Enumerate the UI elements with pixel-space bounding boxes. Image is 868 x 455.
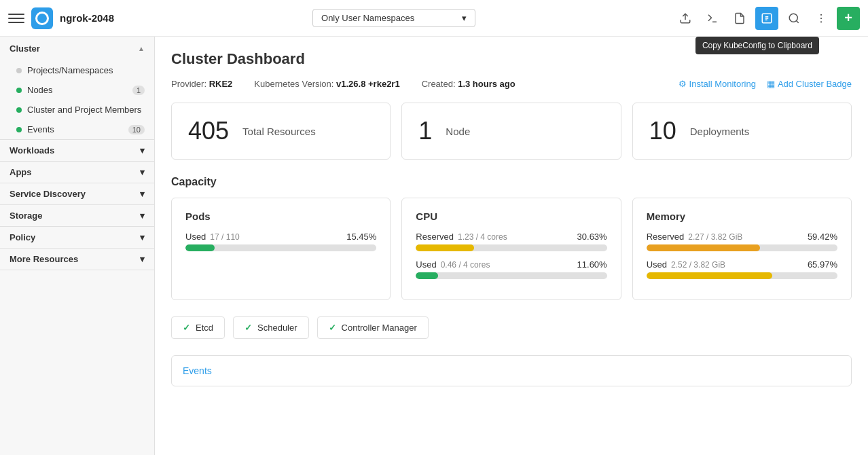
sidebar-item-label: Events — [27, 124, 54, 134]
capacity-title: Capacity — [171, 176, 852, 188]
chevron-right-icon: ▾ — [140, 232, 145, 242]
topbar: ngrok-2048 Only User Namespaces ▾ Copy K… — [0, 0, 868, 37]
more-options-icon-btn[interactable] — [810, 7, 833, 30]
sidebar-item-members[interactable]: Cluster and Project Members — [0, 100, 154, 120]
memory-used-progress-bg — [647, 272, 837, 279]
check-icon: ✓ — [245, 323, 252, 333]
cpu-title: CPU — [416, 211, 607, 222]
capacity-card-pods: Pods Used 17 / 110 15.45% — [171, 198, 391, 300]
scheduler-label: Scheduler — [257, 323, 297, 333]
cpu-reserved-sub: 1.23 / 4 cores — [458, 232, 507, 242]
chevron-right-icon: ▾ — [140, 211, 145, 221]
workloads-section: Workloads ▾ — [0, 140, 154, 162]
svg-point-7 — [820, 21, 822, 22]
chevron-right-icon: ▾ — [140, 167, 145, 177]
memory-used-label: Used — [647, 259, 667, 270]
badge-icon: ▦ — [767, 79, 775, 89]
chevron-right-icon: ▾ — [140, 145, 145, 156]
more-resources-section: More Resources ▾ — [0, 249, 154, 270]
terminal-icon-btn[interactable] — [701, 7, 724, 30]
members-status-dot — [16, 107, 22, 113]
memory-used-pct: 65.97% — [808, 259, 837, 270]
namespace-selector[interactable]: Only User Namespaces ▾ — [312, 9, 475, 27]
sidebar-item-label: Projects/Namespaces — [27, 65, 113, 75]
add-cluster-badge-link[interactable]: ▦ Add Cluster Badge — [767, 79, 852, 89]
stat-card-total-resources: 405 Total Resources — [171, 103, 391, 160]
policy-section: Policy ▾ — [0, 227, 154, 249]
projects-status-dot — [16, 68, 22, 73]
sidebar-item-more-resources[interactable]: More Resources ▾ — [0, 249, 154, 270]
workloads-label: Workloads — [10, 145, 54, 156]
apps-label: Apps — [10, 167, 32, 177]
sidebar-item-workloads[interactable]: Workloads ▾ — [0, 140, 154, 161]
hamburger-menu[interactable] — [8, 10, 24, 26]
cpu-used-pct: 11.60% — [577, 259, 607, 270]
stats-row: 405 Total Resources 1 Node 10 Deployment… — [171, 103, 852, 160]
memory-reserved-sub: 2.27 / 3.82 GiB — [688, 232, 742, 242]
svg-point-5 — [820, 14, 822, 15]
file-icon-btn[interactable] — [728, 7, 751, 30]
cpu-reserved-progress-bg — [416, 244, 607, 251]
svg-point-3 — [789, 14, 797, 22]
capacity-row: Pods Used 17 / 110 15.45% CPU — [171, 198, 852, 300]
sidebar-item-nodes[interactable]: Nodes 1 — [0, 80, 154, 100]
nodes-number: 1 — [418, 117, 432, 145]
cluster-section-header[interactable]: Cluster ▲ — [0, 37, 154, 60]
namespace-value: Only User Namespaces — [321, 13, 414, 23]
capacity-card-cpu: CPU Reserved 1.23 / 4 cores 30.63% — [401, 198, 621, 300]
cluster-label: Cluster — [10, 43, 40, 54]
service-discovery-label: Service Discovery — [10, 189, 86, 199]
pods-used-label: Used — [185, 232, 206, 242]
app-logo — [31, 7, 53, 29]
created-info: Created: 1.3 hours ago — [422, 79, 516, 89]
cpu-reserved-label: Reserved — [416, 232, 454, 242]
cpu-used-progress-bg — [416, 272, 607, 279]
stat-card-nodes: 1 Node — [401, 103, 621, 160]
sidebar-item-policy[interactable]: Policy ▾ — [0, 227, 154, 248]
memory-reserved-metric: Reserved 2.27 / 3.82 GiB 59.42% — [647, 232, 837, 251]
nodes-badge: 1 — [132, 86, 145, 95]
search-icon-btn[interactable] — [782, 7, 806, 30]
etcd-label: Etcd — [196, 323, 213, 333]
add-resource-button[interactable]: + — [837, 7, 860, 30]
sidebar-item-label: Nodes — [27, 85, 53, 95]
install-monitoring-link[interactable]: ⚙ Install Monitoring — [679, 79, 756, 89]
status-scheduler: ✓ Scheduler — [233, 316, 309, 339]
check-icon: ✓ — [329, 323, 336, 333]
topbar-center: Only User Namespaces ▾ — [120, 9, 668, 27]
cpu-used-label: Used — [416, 259, 436, 270]
memory-title: Memory — [647, 211, 837, 222]
sidebar-item-apps[interactable]: Apps ▾ — [0, 162, 154, 183]
pods-used-metric: Used 17 / 110 15.45% — [185, 232, 376, 251]
total-resources-number: 405 — [188, 117, 229, 145]
cpu-used-metric: Used 0.46 / 4 cores 11.60% — [416, 259, 607, 279]
memory-used-sub: 2.52 / 3.82 GiB — [671, 260, 725, 270]
status-controller-manager: ✓ Controller Manager — [317, 316, 429, 339]
sidebar-item-service-discovery[interactable]: Service Discovery ▾ — [0, 183, 154, 204]
upload-icon-btn[interactable] — [674, 7, 697, 30]
pods-progress-bg — [185, 244, 376, 251]
total-resources-label: Total Resources — [242, 126, 316, 137]
status-row: ✓ Etcd ✓ Scheduler ✓ Controller Manager — [171, 316, 852, 339]
service-discovery-section: Service Discovery ▾ — [0, 183, 154, 205]
sidebar-item-events[interactable]: Events 10 — [0, 120, 154, 139]
apps-section: Apps ▾ — [0, 162, 154, 183]
main-content: Cluster Dashboard Provider: RKE2 Kuberne… — [155, 37, 868, 455]
cpu-reserved-metric: Reserved 1.23 / 4 cores 30.63% — [416, 232, 607, 251]
events-link[interactable]: Events — [183, 365, 212, 376]
deployments-label: Deployments — [690, 126, 750, 137]
meta-actions: ⚙ Install Monitoring ▦ Add Cluster Badge — [679, 79, 852, 89]
events-status-dot — [16, 127, 22, 132]
sidebar-item-storage[interactable]: Storage ▾ — [0, 205, 154, 226]
more-resources-label: More Resources — [10, 254, 78, 264]
sidebar-item-projects[interactable]: Projects/Namespaces — [0, 60, 154, 80]
memory-used-progress-fill — [647, 272, 773, 279]
kubeconfig-icon-btn[interactable] — [755, 7, 778, 30]
policy-label: Policy — [10, 232, 35, 242]
pods-used-pct: 15.45% — [346, 232, 376, 242]
pods-used-sub: 17 / 110 — [210, 232, 239, 242]
svg-point-6 — [820, 17, 822, 18]
nodes-label: Node — [446, 126, 470, 137]
controller-manager-label: Controller Manager — [342, 323, 417, 333]
kubeconfig-tooltip: Copy KubeConfig to Clipboard — [695, 37, 819, 54]
